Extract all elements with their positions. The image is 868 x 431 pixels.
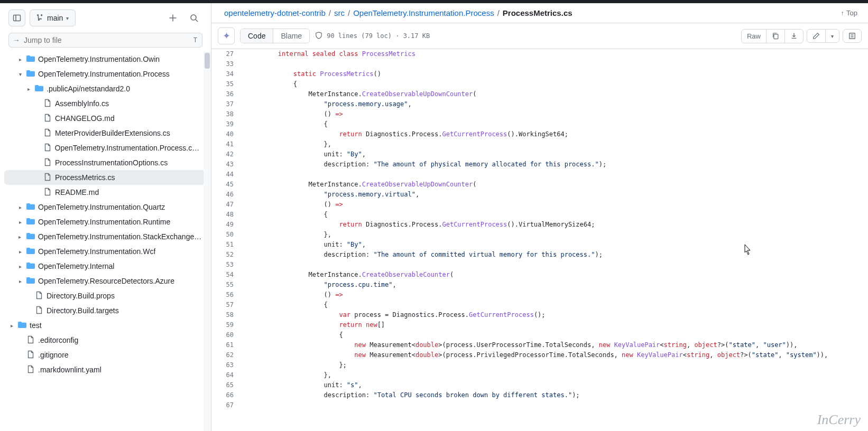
line-number[interactable]: 67 xyxy=(211,400,243,410)
line-number[interactable]: 27 xyxy=(211,49,243,59)
code-line[interactable]: 54 MeterInstance.CreateObservableCounter… xyxy=(211,270,868,280)
line-number[interactable]: 40 xyxy=(211,129,243,139)
line-number[interactable]: 49 xyxy=(211,220,243,230)
line-number[interactable]: 48 xyxy=(211,210,243,220)
tree-folder[interactable]: ▸OpenTelemetry.Instrumentation.StackExch… xyxy=(4,229,207,244)
code-line[interactable]: 67 xyxy=(211,400,868,410)
blame-tab[interactable]: Blame xyxy=(273,29,309,43)
line-number[interactable]: 51 xyxy=(211,240,243,250)
code-line[interactable]: 59 return new[] xyxy=(211,320,868,330)
tree-file[interactable]: ▸Directory.Build.targets xyxy=(4,303,207,318)
line-number[interactable]: 33 xyxy=(211,59,243,69)
line-number[interactable]: 65 xyxy=(211,380,243,390)
tree-file[interactable]: ▸Directory.Build.props xyxy=(4,288,207,303)
code-line[interactable]: 53 xyxy=(211,260,868,270)
edit-dropdown[interactable]: ▾ xyxy=(825,30,839,42)
code-line[interactable]: 33 xyxy=(211,59,868,69)
code-line[interactable]: 62 new Measurement<double>(process.Privi… xyxy=(211,350,868,360)
code-viewer[interactable]: 27 internal sealed class ProcessMetrics3… xyxy=(211,49,868,431)
symbols-button[interactable] xyxy=(843,30,861,42)
download-button[interactable] xyxy=(784,30,803,43)
code-line[interactable]: 57 { xyxy=(211,300,868,310)
file-tree[interactable]: ▸OpenTelemetry.Instrumentation.Owin▾Open… xyxy=(0,52,211,431)
line-number[interactable]: 50 xyxy=(211,230,243,240)
line-number[interactable]: 38 xyxy=(211,109,243,119)
line-number[interactable]: 41 xyxy=(211,139,243,149)
code-line[interactable]: 48 { xyxy=(211,210,868,220)
code-line[interactable]: 61 new Measurement<double>(process.UserP… xyxy=(211,340,868,350)
code-line[interactable]: 45 MeterInstance.CreateObservableUpDownC… xyxy=(211,180,868,190)
tree-folder[interactable]: ▸OpenTelemetry.ResourceDetectors.Azure xyxy=(4,274,207,288)
code-line[interactable]: 63 }; xyxy=(211,360,868,370)
tree-file[interactable]: ▸.gitignore xyxy=(4,348,207,362)
code-line[interactable]: 49 return Diagnostics.Process.GetCurrent… xyxy=(211,220,868,230)
tree-file[interactable]: ▸README.md xyxy=(4,185,207,200)
line-number[interactable]: 43 xyxy=(211,160,243,170)
tree-file[interactable]: ▸MeterProviderBuilderExtensions.cs xyxy=(4,126,207,140)
line-number[interactable]: 62 xyxy=(211,350,243,360)
line-number[interactable]: 54 xyxy=(211,270,243,280)
line-number[interactable]: 57 xyxy=(211,300,243,310)
branch-select[interactable]: main ▾ xyxy=(30,10,76,26)
line-number[interactable]: 59 xyxy=(211,320,243,330)
jump-to-file-input[interactable] xyxy=(8,33,202,48)
code-line[interactable]: 65 unit: "s", xyxy=(211,380,868,390)
code-line[interactable]: 60 { xyxy=(211,330,868,340)
scrollbar-thumb[interactable] xyxy=(205,53,210,69)
tree-folder[interactable]: ▸test xyxy=(4,318,207,333)
line-number[interactable]: 52 xyxy=(211,250,243,260)
raw-button[interactable]: Raw xyxy=(742,30,766,43)
search-button[interactable] xyxy=(186,10,202,26)
breadcrumb-segment-0[interactable]: src xyxy=(334,8,345,17)
line-number[interactable]: 56 xyxy=(211,290,243,300)
line-number[interactable]: 63 xyxy=(211,360,243,370)
line-number[interactable]: 39 xyxy=(211,119,243,129)
copilot-button[interactable]: ✦ xyxy=(218,27,235,44)
line-number[interactable]: 44 xyxy=(211,170,243,180)
code-line[interactable]: 35 { xyxy=(211,79,868,89)
line-number[interactable]: 53 xyxy=(211,260,243,270)
breadcrumb-repo[interactable]: opentelemetry-dotnet-contrib xyxy=(224,8,326,17)
scrollbar-track[interactable] xyxy=(204,52,211,431)
tree-file[interactable]: ▸OpenTelemetry.Instrumentation.Process.c… xyxy=(4,140,207,155)
tree-file[interactable]: ▸.markdownlint.yaml xyxy=(4,362,207,377)
breadcrumb-segment-1[interactable]: OpenTelemetry.Instrumentation.Process xyxy=(353,8,494,17)
code-line[interactable]: 47 () => xyxy=(211,200,868,210)
tree-folder[interactable]: ▸OpenTelemetry.Instrumentation.Wcf xyxy=(4,244,207,259)
line-number[interactable]: 55 xyxy=(211,280,243,290)
tree-file[interactable]: ▸ProcessInstrumentationOptions.cs xyxy=(4,155,207,170)
code-line[interactable]: 40 return Diagnostics.Process.GetCurrent… xyxy=(211,129,868,139)
code-line[interactable]: 52 description: "The amount of committed… xyxy=(211,250,868,260)
code-line[interactable]: 37 "process.memory.usage", xyxy=(211,99,868,109)
scroll-top-button[interactable]: ↑ Top xyxy=(841,9,857,17)
tree-file[interactable]: ▸AssemblyInfo.cs xyxy=(4,96,207,111)
code-line[interactable]: 66 description: "Total CPU seconds broke… xyxy=(211,390,868,400)
tree-folder[interactable]: ▸OpenTelemetry.Instrumentation.Owin xyxy=(4,52,207,67)
code-line[interactable]: 51 unit: "By", xyxy=(211,240,868,250)
tree-folder[interactable]: ▸OpenTelemetry.Internal xyxy=(4,259,207,274)
line-number[interactable]: 35 xyxy=(211,79,243,89)
code-line[interactable]: 56 () => xyxy=(211,290,868,300)
code-line[interactable]: 44 xyxy=(211,170,868,180)
line-number[interactable]: 42 xyxy=(211,149,243,160)
code-line[interactable]: 50 }, xyxy=(211,230,868,240)
code-line[interactable]: 34 static ProcessMetrics() xyxy=(211,69,868,79)
line-number[interactable]: 45 xyxy=(211,180,243,190)
tree-folder[interactable]: ▸OpenTelemetry.Instrumentation.Runtime xyxy=(4,214,207,229)
code-line[interactable]: 43 description: "The amount of physical … xyxy=(211,160,868,170)
line-number[interactable]: 36 xyxy=(211,89,243,99)
code-line[interactable]: 39 { xyxy=(211,119,868,129)
tree-file[interactable]: ▸CHANGELOG.md xyxy=(4,111,207,126)
line-number[interactable]: 64 xyxy=(211,370,243,380)
line-number[interactable]: 66 xyxy=(211,390,243,400)
collapse-sidebar-button[interactable] xyxy=(8,10,25,26)
tree-folder[interactable]: ▸OpenTelemetry.Instrumentation.Quartz xyxy=(4,200,207,214)
line-number[interactable]: 60 xyxy=(211,330,243,340)
edit-button[interactable] xyxy=(807,30,825,42)
tree-file[interactable]: ▸.editorconfig xyxy=(4,333,207,348)
code-line[interactable]: 46 "process.memory.virtual", xyxy=(211,190,868,200)
code-line[interactable]: 64 }, xyxy=(211,370,868,380)
code-line[interactable]: 55 "process.cpu.time", xyxy=(211,280,868,290)
new-file-button[interactable] xyxy=(164,10,181,26)
line-number[interactable]: 61 xyxy=(211,340,243,350)
